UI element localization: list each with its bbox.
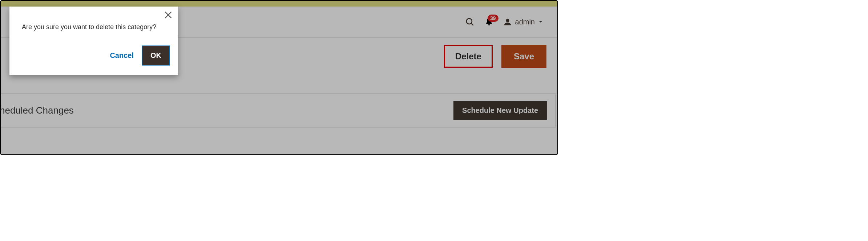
cancel-button[interactable]: Cancel	[110, 51, 134, 60]
confirm-dialog: Are you sure you want to delete this cat…	[9, 7, 178, 75]
ok-button[interactable]: OK	[142, 46, 169, 65]
dialog-message: Are you sure you want to delete this cat…	[22, 23, 169, 31]
message-bar-strip	[1, 1, 557, 7]
close-icon[interactable]	[163, 10, 173, 20]
dialog-actions: Cancel OK	[22, 46, 169, 65]
